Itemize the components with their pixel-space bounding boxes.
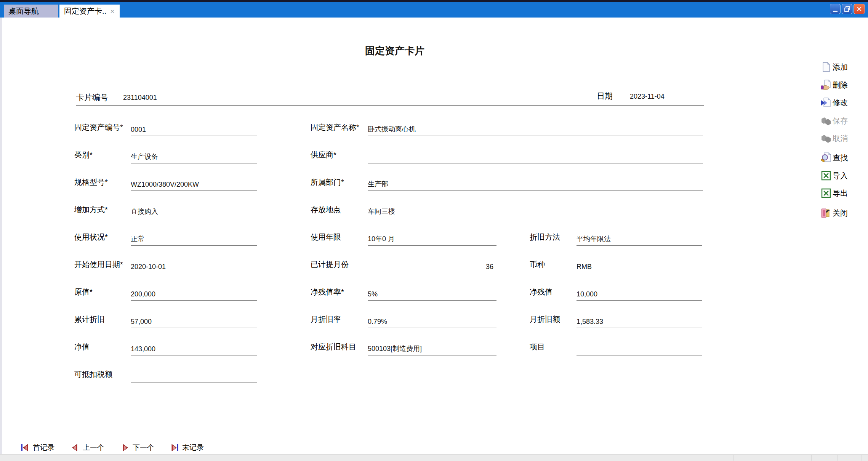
original-value-label: 原值*: [74, 287, 93, 297]
add-method-label: 增加方式*: [74, 205, 108, 215]
depreciation-account-group: 对应折旧科目 500103[制造费用]: [311, 339, 496, 355]
residual-rate-group: 净残值率* 5%: [311, 284, 496, 301]
deductible-tax-field[interactable]: [131, 366, 257, 383]
cancel-button: 取消: [821, 132, 866, 145]
first-record-button[interactable]: 首记录: [21, 442, 54, 453]
new-document-icon: [821, 62, 831, 72]
modify-button-label: 修改: [833, 98, 848, 108]
save-icon: [821, 115, 831, 126]
search-document-icon: [821, 152, 831, 163]
status-bar-separator: [811, 455, 812, 461]
usage-status-group: 使用状况* 正常: [74, 229, 257, 246]
residual-rate-label: 净残值率*: [311, 287, 344, 297]
last-record-button[interactable]: 末记录: [170, 442, 204, 453]
deductible-tax-group: 可抵扣税额: [74, 366, 257, 383]
project-label: 项目: [530, 342, 545, 352]
title-bar: 桌面导航 固定资产卡.. × ✕: [0, 0, 868, 18]
last-record-icon: [170, 443, 179, 452]
monthly-depreciation-rate-group: 月折旧率 0.79%: [311, 311, 496, 328]
net-value-field[interactable]: 143,000: [131, 339, 257, 355]
close-button[interactable]: ✕: [854, 4, 865, 14]
spec-model-label: 规格型号*: [74, 177, 108, 187]
category-field[interactable]: 生产设备: [131, 147, 257, 163]
monthly-depreciation-amount-field[interactable]: 1,583.33: [577, 311, 702, 328]
accrued-months-field[interactable]: 36: [368, 256, 496, 273]
department-field[interactable]: 生产部: [368, 174, 703, 191]
net-value-group: 净值 143,000: [74, 339, 257, 355]
depreciation-account-field[interactable]: 500103[制造费用]: [368, 339, 496, 355]
usage-status-label: 使用状况*: [74, 232, 108, 242]
card-number-value[interactable]: 231104001: [123, 94, 157, 102]
monthly-depreciation-amount-label: 月折旧额: [530, 314, 560, 325]
edit-document-icon: [821, 97, 831, 108]
department-label: 所属部门*: [311, 177, 344, 187]
close-form-button[interactable]: 关闭: [821, 206, 866, 219]
next-record-button[interactable]: 下一个: [121, 442, 154, 453]
residual-value-group: 净残值 10,000: [530, 284, 702, 301]
storage-location-label: 存放地点: [311, 205, 341, 215]
restore-button[interactable]: [842, 4, 852, 14]
first-record-label: 首记录: [33, 443, 54, 453]
add-method-field[interactable]: 直接购入: [131, 202, 257, 218]
find-button[interactable]: 查找: [821, 151, 866, 164]
monthly-depreciation-rate-field[interactable]: 0.79%: [368, 311, 496, 328]
next-record-label: 下一个: [133, 443, 154, 453]
category-group: 类别* 生产设备: [74, 147, 257, 163]
tab-label: 桌面导航: [8, 6, 39, 16]
cancel-button-label: 取消: [833, 133, 848, 144]
department-group: 所属部门* 生产部: [311, 174, 703, 191]
close-icon: ✕: [856, 6, 862, 13]
currency-field[interactable]: RMB: [577, 256, 702, 273]
add-method-group: 增加方式* 直接购入: [74, 202, 257, 218]
tab-close-icon[interactable]: ×: [110, 8, 114, 15]
restore-icon: [844, 6, 850, 12]
currency-group: 币种 RMB: [530, 256, 702, 273]
residual-value-label: 净残值: [530, 287, 553, 297]
accumulated-depreciation-group: 累计折旧 57,000: [74, 311, 257, 328]
monthly-depreciation-amount-group: 月折旧额 1,583.33: [530, 311, 702, 328]
accrued-months-label: 已计提月份: [311, 259, 349, 270]
asset-code-field[interactable]: 0001: [131, 119, 257, 136]
spec-model-field[interactable]: WZ1000/380V/200KW: [131, 174, 257, 191]
delete-button-label: 删除: [833, 80, 848, 90]
tab-fixed-asset-card[interactable]: 固定资产卡.. ×: [59, 5, 120, 18]
net-value-label: 净值: [74, 342, 90, 352]
minimize-button[interactable]: [830, 4, 841, 14]
project-field[interactable]: [577, 339, 702, 355]
accumulated-depreciation-field[interactable]: 57,000: [131, 311, 257, 328]
asset-name-field[interactable]: 卧式振动离心机: [368, 119, 703, 136]
app-window: 桌面导航 固定资产卡.. × ✕ 固定资产卡片 卡片编号 231104001 日…: [0, 0, 868, 461]
next-record-icon: [121, 443, 129, 452]
start-use-date-field[interactable]: 2020-10-01: [131, 256, 257, 273]
status-bar-separator: [761, 455, 761, 461]
useful-life-label: 使用年限: [311, 232, 341, 242]
close-form-button-label: 关闭: [833, 208, 848, 218]
tab-desktop-navigation[interactable]: 桌面导航: [4, 5, 58, 18]
save-button: 保存: [821, 114, 866, 127]
asset-code-group: 固定资产编号* 0001: [74, 119, 257, 136]
usage-status-field[interactable]: 正常: [131, 229, 257, 246]
residual-rate-field[interactable]: 5%: [368, 284, 496, 301]
residual-value-field[interactable]: 10,000: [577, 284, 702, 301]
add-button[interactable]: 添加: [821, 61, 866, 74]
previous-record-label: 上一个: [83, 443, 104, 453]
header-divider: [76, 105, 704, 106]
supplier-field[interactable]: [368, 147, 703, 163]
depreciation-method-field[interactable]: 平均年限法: [577, 229, 702, 246]
minimize-icon: [833, 11, 838, 12]
storage-location-field[interactable]: 车间三楼: [368, 202, 703, 218]
tab-label: 固定资产卡..: [64, 6, 106, 16]
delete-button[interactable]: 删除: [821, 78, 866, 91]
modify-button[interactable]: 修改: [821, 96, 866, 109]
category-label: 类别*: [74, 150, 93, 160]
asset-name-label: 固定资产名称*: [311, 122, 359, 133]
import-button[interactable]: 导入: [821, 169, 866, 182]
previous-record-button[interactable]: 上一个: [71, 442, 104, 453]
date-value[interactable]: 2023-11-04: [630, 93, 665, 101]
previous-record-icon: [71, 443, 79, 452]
useful-life-field[interactable]: 10年0 月: [368, 229, 496, 246]
excel-export-icon: [821, 188, 831, 198]
add-button-label: 添加: [833, 62, 848, 72]
original-value-field[interactable]: 200,000: [131, 284, 257, 301]
export-button[interactable]: 导出: [821, 187, 866, 200]
